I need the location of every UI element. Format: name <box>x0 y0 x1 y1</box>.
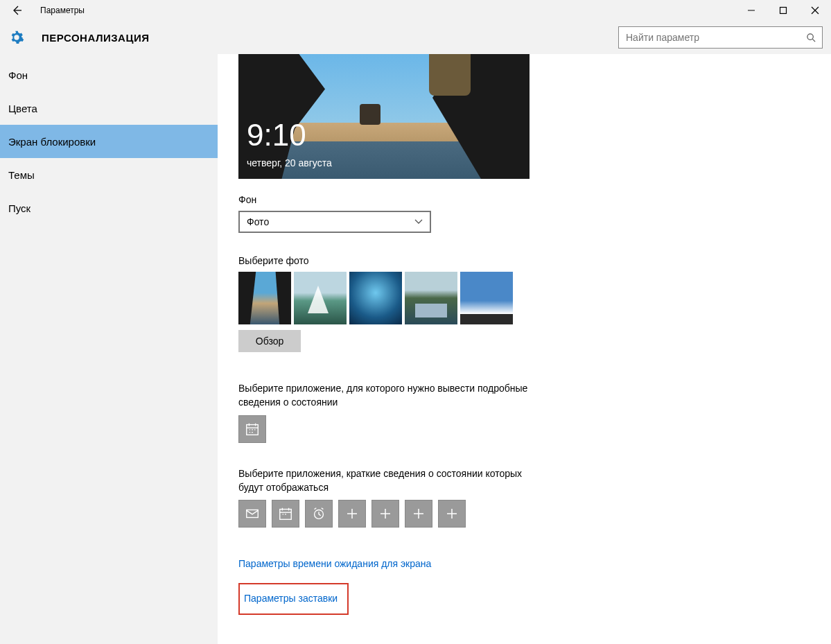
preview-time: 9:10 <box>247 118 306 153</box>
screensaver-link-highlight: Параметры заставки <box>238 583 349 615</box>
sidebar-item-lockscreen[interactable]: Экран блокировки <box>0 125 218 158</box>
svg-line-23 <box>315 508 317 510</box>
svg-line-3 <box>812 39 815 42</box>
app-title: Параметры <box>40 6 85 15</box>
background-label: Фон <box>238 194 831 205</box>
sidebar-item-background[interactable]: Фон <box>0 58 218 92</box>
sidebar-item-label: Фон <box>8 69 28 81</box>
maximize-button[interactable] <box>767 0 799 21</box>
sidebar: Фон Цвета Экран блокировки Темы Пуск <box>0 54 218 644</box>
svg-rect-1 <box>780 8 787 14</box>
close-button[interactable] <box>799 0 831 21</box>
sidebar-item-label: Цвета <box>8 103 37 114</box>
titlebar: Параметры <box>0 0 831 21</box>
sidebar-item-themes[interactable]: Темы <box>0 158 218 191</box>
browse-button[interactable]: Обзор <box>238 330 301 352</box>
detailed-app-label: Выберите приложение, для которого нужно … <box>238 381 543 410</box>
minimize-button[interactable] <box>735 0 767 21</box>
detailed-app-tile[interactable] <box>238 415 266 443</box>
preview-date: четверг, 20 августа <box>247 157 332 168</box>
photo-thumb-2[interactable] <box>294 272 347 324</box>
mail-icon <box>245 506 260 521</box>
background-dropdown[interactable]: Фото <box>238 211 431 233</box>
choose-photo-label: Выберите фото <box>238 255 831 266</box>
plus-icon <box>346 507 358 520</box>
search-input[interactable] <box>624 31 806 44</box>
search-icon <box>806 33 816 43</box>
sidebar-item-label: Темы <box>8 169 35 181</box>
lockscreen-preview: 9:10 четверг, 20 августа <box>238 54 530 179</box>
sidebar-item-start[interactable]: Пуск <box>0 191 218 225</box>
content: 9:10 четверг, 20 августа Фон Фото Выбери… <box>218 54 831 644</box>
calendar-icon <box>245 421 260 437</box>
sidebar-item-label: Пуск <box>8 202 30 214</box>
photo-thumb-4[interactable] <box>405 272 457 324</box>
alarm-icon <box>311 506 326 521</box>
svg-line-22 <box>319 514 321 516</box>
quick-app-tile-add-2[interactable] <box>371 500 399 528</box>
photo-thumb-1[interactable] <box>238 272 291 324</box>
sidebar-item-label: Экран блокировки <box>8 136 96 148</box>
svg-line-24 <box>322 508 324 510</box>
quick-app-tile-add-4[interactable] <box>438 500 466 528</box>
search-box[interactable] <box>618 26 823 49</box>
plus-icon <box>446 507 458 520</box>
dropdown-value: Фото <box>247 216 269 227</box>
screensaver-link[interactable]: Параметры заставки <box>244 593 338 604</box>
gear-icon <box>8 29 25 46</box>
quick-app-tile-alarm[interactable] <box>305 500 333 528</box>
quick-apps-label: Выберите приложения, краткие сведения о … <box>238 467 543 495</box>
timeout-link[interactable]: Параметры времени ожидания для экрана <box>238 558 431 569</box>
quick-app-tile-add-1[interactable] <box>338 500 366 528</box>
photo-thumb-3[interactable] <box>349 272 402 324</box>
chevron-down-icon <box>414 219 423 225</box>
page-title: ПЕРСОНАЛИЗАЦИЯ <box>42 32 149 44</box>
back-button[interactable] <box>8 2 25 19</box>
window-controls <box>735 0 831 21</box>
svg-rect-13 <box>247 510 259 518</box>
sidebar-item-colors[interactable]: Цвета <box>0 92 218 125</box>
photo-thumbnails <box>238 272 831 324</box>
quick-app-tile-mail[interactable] <box>238 500 266 528</box>
svg-point-2 <box>807 33 813 39</box>
quick-app-tile-calendar[interactable] <box>272 500 299 528</box>
plus-icon <box>412 507 425 520</box>
plus-icon <box>379 507 392 520</box>
header: ПЕРСОНАЛИЗАЦИЯ <box>0 21 831 54</box>
quick-app-tile-add-3[interactable] <box>405 500 432 528</box>
photo-thumb-5[interactable] <box>460 272 513 324</box>
calendar-icon <box>278 506 293 521</box>
